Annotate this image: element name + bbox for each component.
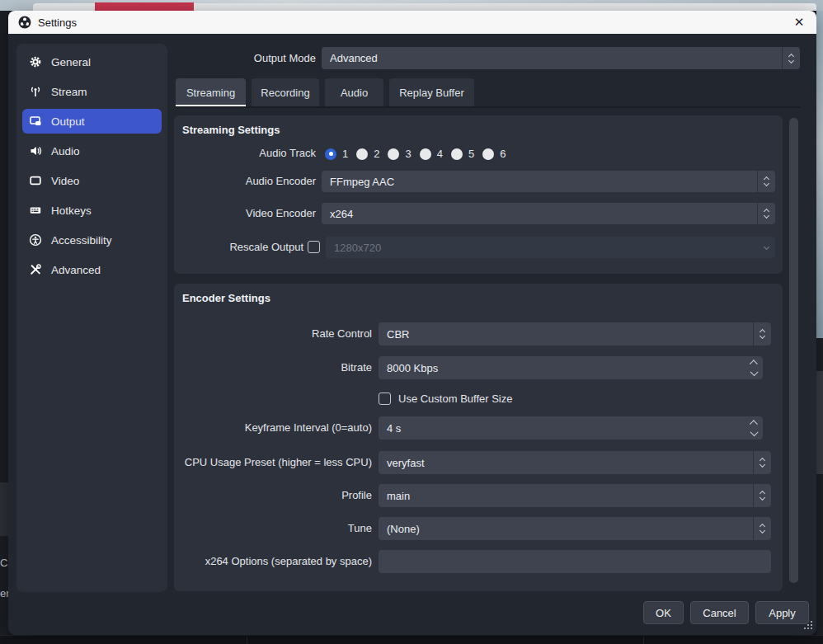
background-divider [247,637,247,644]
x264-options-label: x264 Options (separated by space) [174,550,372,573]
chevron-up-down-icon[interactable] [757,171,775,192]
apply-button[interactable]: Apply [755,601,809,624]
output-mode-label: Output Mode [132,47,316,69]
chevron-up-down-icon[interactable] [757,203,775,224]
chevron-down-icon [757,237,775,258]
audio-track-6[interactable]: 6 [482,148,506,160]
tabs-separator [176,106,800,108]
sidebar-item-label: General [51,56,91,68]
tune-label: Tune [174,517,372,540]
chevron-up-down-icon[interactable] [753,451,771,474]
sidebar-item-label: Video [51,175,79,187]
rescale-output-label: Rescale Output [174,237,303,258]
background-left-sliver [0,11,8,635]
sidebar-item-output[interactable]: Output [22,109,162,134]
radio-icon [388,148,399,160]
keyboard-icon [29,204,42,217]
background-left-band [0,482,8,536]
custom-buffer-label: Use Custom Buffer Size [398,393,512,405]
ok-button[interactable]: OK [643,601,684,624]
video-encoder-select[interactable]: x264 [322,203,775,224]
keyframe-interval-label: Keyframe Interval (0=auto) [174,416,372,440]
rate-control-select[interactable]: CBR [379,322,771,346]
background-red-tab [95,2,194,11]
keyframe-interval-spinbox[interactable]: 4 s [379,416,763,440]
radio-icon [420,148,431,160]
cpu-preset-select[interactable]: veryfast [379,451,771,474]
chevron-up-down-icon[interactable] [753,322,771,346]
accessibility-icon [29,233,42,247]
rescale-output-checkbox[interactable] [308,241,320,253]
group-title: Streaming Settings [182,124,280,136]
sidebar-item-advanced[interactable]: Advanced [22,257,162,282]
output-mode-select[interactable]: Advanced [322,47,800,69]
antenna-icon [29,85,42,98]
obs-logo-icon [18,16,31,29]
close-icon[interactable]: ✕ [790,14,808,31]
profile-label: Profile [174,484,372,507]
speaker-icon [29,144,42,157]
spinner-arrows-icon[interactable] [745,416,763,440]
title-bar[interactable]: Settings ✕ [8,11,816,34]
sidebar-item-accessibility[interactable]: Accessibility [22,228,162,252]
tune-select[interactable]: (None) [379,517,771,540]
audio-track-4[interactable]: 4 [420,148,443,160]
group-title: Encoder Settings [182,292,270,304]
output-display-icon [29,115,42,128]
sidebar-item-stream[interactable]: Stream [22,79,162,104]
background-right-sky [816,11,823,338]
tab-audio[interactable]: Audio [325,78,383,106]
cpu-preset-label: CPU Usage Preset (higher = less CPU) [174,451,372,474]
cancel-button[interactable]: Cancel [690,601,749,624]
tools-icon [29,263,42,276]
settings-dialog: Settings ✕ General Stream [8,11,816,635]
sidebar-item-label: Output [51,115,85,128]
tab-recording[interactable]: Recording [252,78,319,106]
sidebar-item-label: Accessibility [51,234,112,247]
chevron-up-down-icon[interactable] [782,47,800,69]
sidebar-item-audio[interactable]: Audio [22,139,162,163]
chevron-up-down-icon[interactable] [753,484,771,507]
sidebar-item-label: Audio [51,145,80,157]
radio-icon [356,148,368,160]
sidebar-item-label: Advanced [51,264,101,276]
profile-select[interactable]: main [379,484,771,507]
resize-grip[interactable] [804,628,806,629]
sidebar-item-label: Hotkeys [51,204,92,217]
tab-replay-buffer[interactable]: Replay Buffer [389,78,474,106]
monitor-icon [29,174,42,187]
tab-streaming[interactable]: Streaming [176,78,246,106]
x264-options-input[interactable] [379,550,771,573]
audio-track-5[interactable]: 5 [451,148,474,160]
audio-track-1[interactable]: 1 [325,148,348,160]
settings-sidebar: General Stream Output Audio [16,44,167,592]
audio-track-3[interactable]: 3 [388,148,411,160]
gear-icon [29,55,42,68]
bitrate-spinbox[interactable]: 8000 Kbps [379,356,763,379]
audio-track-radio-group: 1 2 3 4 5 6 [325,148,514,160]
audio-track-label: Audio Track [174,148,316,159]
content-scrollbar[interactable] [789,118,798,583]
background-bottom-strip [0,635,823,644]
audio-encoder-select[interactable]: FFmpeg AAC [322,171,775,192]
audio-encoder-label: Audio Encoder [174,171,316,192]
rescale-resolution-select: 1280x720 [326,237,775,258]
audio-track-2[interactable]: 2 [356,148,379,160]
radio-icon [482,148,494,160]
radio-icon [451,148,463,160]
bitrate-label: Bitrate [174,356,372,379]
radio-checked-icon [325,148,336,160]
sidebar-item-video[interactable]: Video [22,168,162,193]
background-right-patch [816,371,823,474]
sidebar-item-label: Stream [51,86,87,98]
spinner-arrows-icon[interactable] [745,356,763,379]
background-divider [643,637,644,644]
rate-control-label: Rate Control [174,322,372,346]
window-title: Settings [38,16,77,29]
custom-buffer-checkbox[interactable] [379,393,391,405]
sidebar-item-hotkeys[interactable]: Hotkeys [22,198,162,223]
chevron-up-down-icon[interactable] [753,517,771,540]
video-encoder-label: Video Encoder [174,203,316,224]
encoder-settings-group: Encoder Settings Rate Control CBR Bitrat… [174,284,783,591]
streaming-settings-group: Streaming Settings Audio Track 1 2 3 4 5 [174,115,783,274]
